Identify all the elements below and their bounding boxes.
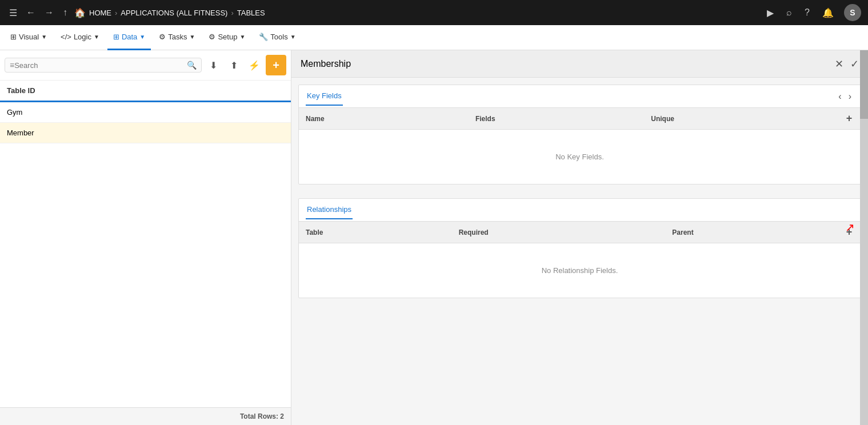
key-fields-nav: ‹ ›	[836, 90, 854, 103]
up-button[interactable]: ↑	[61, 5, 70, 20]
logic-chevron: ▼	[94, 34, 99, 40]
key-fields-section: Key Fields ‹ › Name Fiel	[298, 85, 861, 185]
tasks-icon: ⚙	[159, 33, 166, 41]
panel-header-actions: ✕ ✓	[835, 58, 859, 70]
key-fields-name-col: Name	[299, 108, 469, 130]
sidebar: ≡ 🔍 ⬇ ⬆ ⚡ + Table ID Gym Member Total Ro…	[0, 50, 291, 425]
tab-data[interactable]: ⊞ Data ▼	[107, 25, 151, 50]
relationships-table: Table Required Parent +	[299, 222, 861, 298]
data-icon: ⊞	[113, 33, 119, 41]
close-panel-button[interactable]: ✕	[835, 58, 843, 70]
sidebar-item-member[interactable]: Member	[0, 123, 291, 143]
setup-icon: ⚙	[209, 33, 215, 41]
sidebar-toolbar: ≡ 🔍 ⬇ ⬆ ⚡ +	[0, 50, 291, 81]
tab-setup-label: Setup	[218, 33, 237, 41]
panel-title: Membership	[301, 59, 835, 69]
tab-tasks[interactable]: ⚙ Tasks ▼	[153, 25, 201, 50]
tab-key-fields[interactable]: Key Fields	[306, 87, 343, 106]
rel-empty-msg: No Relationship Fields.	[299, 243, 861, 298]
top-nav-right: ▶ ⌕ ? 🔔 S	[765, 4, 861, 21]
visual-chevron: ▼	[41, 34, 47, 40]
scrollbar-track[interactable]	[860, 50, 868, 425]
search-icon: 🔍	[187, 61, 197, 70]
breadcrumb: 🏠 HOME › APPLICATIONS (ALL FITNESS) › TA…	[74, 7, 265, 18]
breadcrumb-sep-1: ›	[115, 9, 117, 17]
relationships-label: Relationships	[307, 205, 351, 214]
key-fields-prev[interactable]: ‹	[836, 90, 843, 103]
add-key-field-button[interactable]: +	[846, 113, 853, 125]
help-button[interactable]: ?	[802, 5, 812, 20]
member-label: Member	[7, 129, 34, 137]
tasks-chevron: ▼	[189, 34, 195, 40]
panel-header: Membership ✕ ✓	[291, 50, 868, 78]
tab-tools-label: Tools	[270, 33, 287, 41]
menu-button[interactable]: ☰	[7, 5, 19, 21]
add-table-button[interactable]: +	[266, 55, 286, 75]
sidebar-list: Gym Member	[0, 102, 291, 407]
total-rows-label: Total Rows: 2	[240, 412, 284, 420]
upload-button[interactable]: ⬆	[225, 56, 243, 74]
key-fields-next[interactable]: ›	[846, 90, 854, 103]
second-nav: ⊞ Visual ▼ </> Logic ▼ ⊞ Data ▼ ⚙ Tasks …	[0, 25, 868, 50]
relationships-section: Relationships Table Required	[298, 198, 861, 298]
top-nav: ☰ ← → ↑ 🏠 HOME › APPLICATIONS (ALL FITNE…	[0, 0, 868, 25]
tab-tools[interactable]: 🔧 Tools ▼	[253, 25, 301, 50]
confirm-panel-button[interactable]: ✓	[850, 58, 859, 70]
sidebar-footer: Total Rows: 2	[0, 407, 291, 425]
tab-data-label: Data	[122, 33, 137, 41]
sidebar-item-gym[interactable]: Gym	[0, 102, 291, 123]
breadcrumb-sep-2: ›	[231, 9, 233, 17]
key-fields-fields-col: Fields	[469, 108, 644, 130]
right-panel: Membership ✕ ✓ Key Fields ‹ ›	[291, 50, 868, 425]
main-layout: ≡ 🔍 ⬇ ⬆ ⚡ + Table ID Gym Member Total Ro…	[0, 50, 868, 425]
panel-content: Key Fields ‹ › Name Fiel	[291, 78, 868, 425]
tools-icon: 🔧	[259, 33, 268, 41]
notify-button[interactable]: 🔔	[820, 5, 836, 21]
flash-button[interactable]: ⚡	[245, 56, 263, 74]
rel-table-col: Table	[299, 222, 452, 243]
forward-button[interactable]: →	[42, 5, 56, 20]
rel-parent-col: Parent	[665, 222, 838, 243]
tools-chevron: ▼	[290, 34, 296, 40]
tab-logic-label: Logic	[74, 33, 91, 41]
key-fields-unique-col: Unique	[644, 108, 838, 130]
breadcrumb-tables[interactable]: TABLES	[237, 9, 265, 17]
back-button[interactable]: ←	[24, 5, 38, 20]
relationships-tab-bar: Relationships	[299, 199, 861, 222]
search-container: ≡ 🔍	[5, 58, 202, 73]
search-nav-button[interactable]: ⌕	[784, 5, 794, 20]
tab-logic[interactable]: </> Logic ▼	[55, 25, 105, 50]
table-id-label: Table ID	[7, 86, 35, 95]
breadcrumb-app[interactable]: APPLICATIONS (ALL FITNESS)	[121, 9, 227, 17]
key-fields-table: Name Fields Unique +	[299, 108, 861, 184]
filter-icon: ≡	[10, 61, 14, 70]
sidebar-column-header: Table ID	[0, 81, 291, 102]
rel-empty-row: No Relationship Fields.	[299, 243, 861, 298]
top-nav-left: ☰ ← → ↑ 🏠 HOME › APPLICATIONS (ALL FITNE…	[7, 5, 760, 21]
scrollbar-thumb[interactable]	[860, 50, 868, 119]
logic-icon: </>	[61, 33, 71, 41]
tab-visual[interactable]: ⊞ Visual ▼	[5, 25, 53, 50]
key-fields-label: Key Fields	[307, 91, 342, 100]
data-chevron: ▼	[139, 34, 145, 40]
gym-label: Gym	[7, 108, 22, 117]
key-fields-empty-msg: No Key Fields.	[299, 130, 861, 185]
home-icon: 🏠	[74, 7, 86, 18]
home-label[interactable]: HOME	[89, 9, 111, 17]
avatar[interactable]: S	[844, 4, 861, 21]
rel-required-col: Required	[452, 222, 666, 243]
setup-chevron: ▼	[239, 34, 245, 40]
download-button[interactable]: ⬇	[204, 56, 222, 74]
tab-relationships[interactable]: Relationships	[306, 201, 353, 219]
visual-icon: ⊞	[10, 33, 17, 41]
play-button[interactable]: ▶	[765, 5, 776, 21]
tab-setup[interactable]: ⚙ Setup ▼	[203, 25, 251, 50]
tab-visual-label: Visual	[19, 33, 39, 41]
tab-tasks-label: Tasks	[168, 33, 187, 41]
search-input[interactable]	[14, 61, 187, 70]
key-fields-empty-row: No Key Fields.	[299, 130, 861, 185]
key-fields-tab-bar: Key Fields ‹ ›	[299, 85, 861, 108]
key-fields-add-col: +	[838, 108, 861, 130]
